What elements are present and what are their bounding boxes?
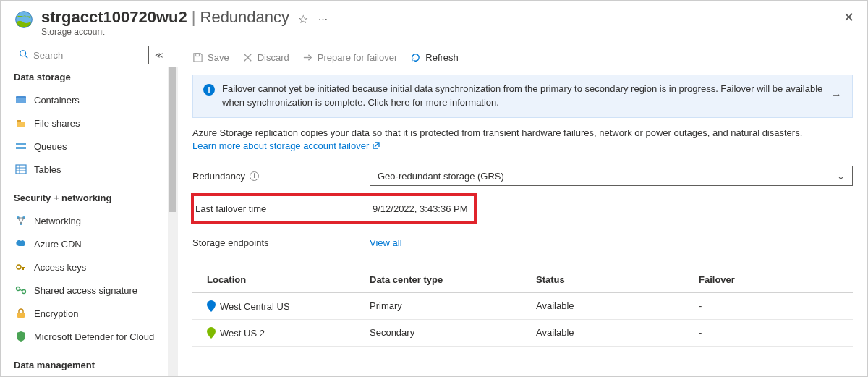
storage-endpoints-label: Storage endpoints xyxy=(192,237,370,248)
sidebar-item-sas[interactable]: Shared access signature xyxy=(14,279,174,302)
discard-label: Discard xyxy=(258,52,289,63)
sidebar-item-label: Queues xyxy=(34,141,67,152)
cell-dc-type: Secondary xyxy=(370,327,536,339)
save-button[interactable]: Save xyxy=(192,52,229,63)
redundancy-label: Redundancy xyxy=(192,171,245,182)
svg-rect-5 xyxy=(16,96,26,98)
search-placeholder: Search xyxy=(33,50,63,61)
info-banner[interactable]: i Failover cannot yet be initiated becau… xyxy=(192,75,853,118)
defender-icon xyxy=(15,331,27,342)
networking-icon xyxy=(15,215,27,226)
access-keys-icon xyxy=(15,261,27,273)
sidebar-item-label: Shared access signature xyxy=(34,285,137,296)
main-content: Save Discard Prepare for failover Refres… xyxy=(178,43,867,377)
queues-icon xyxy=(15,140,27,152)
banner-arrow-icon[interactable]: → xyxy=(830,88,842,101)
file-shares-icon xyxy=(15,117,27,129)
cell-failover: - xyxy=(699,327,853,339)
redundancy-select[interactable]: Geo-redundant storage (GRS) ⌄ xyxy=(370,166,853,186)
refresh-label: Refresh xyxy=(425,52,459,63)
svg-point-2 xyxy=(20,50,26,56)
location-pin-icon xyxy=(207,327,216,339)
title-separator: | xyxy=(192,8,196,27)
prepare-failover-button[interactable]: Prepare for failover xyxy=(302,52,398,63)
svg-rect-6 xyxy=(17,120,21,122)
cell-location: West US 2 xyxy=(220,328,265,339)
sidebar-item-access-keys[interactable]: Access keys xyxy=(14,255,174,279)
svg-rect-4 xyxy=(16,98,26,103)
redundancy-value: Geo-redundant storage (GRS) xyxy=(378,171,504,182)
sidebar-item-file-shares[interactable]: File shares xyxy=(14,111,174,135)
sidebar-item-label: Tables xyxy=(34,164,61,175)
cell-location: West Central US xyxy=(220,301,290,312)
sidebar-item-label: Access keys xyxy=(34,262,86,273)
col-status: Status xyxy=(536,274,699,285)
locations-table: Location Data center type Status Failove… xyxy=(192,267,853,347)
prepare-label: Prepare for failover xyxy=(318,52,398,63)
sidebar: Search ≪ Data storage Containers File sh… xyxy=(1,43,178,377)
sidebar-item-label: Containers xyxy=(34,95,80,106)
svg-rect-20 xyxy=(17,313,25,318)
search-input[interactable]: Search xyxy=(14,46,149,64)
cell-status: Available xyxy=(536,300,699,312)
learn-more-link[interactable]: Learn more about storage account failove… xyxy=(192,140,380,151)
sidebar-scrollbar[interactable] xyxy=(168,67,178,377)
more-icon[interactable]: ⋯ xyxy=(318,14,328,25)
refresh-button[interactable]: Refresh xyxy=(410,52,459,63)
col-location: Location xyxy=(207,274,370,285)
last-failover-value: 9/12/2022, 3:43:36 PM xyxy=(373,203,468,214)
info-icon: i xyxy=(203,84,215,96)
save-label: Save xyxy=(208,52,229,63)
col-failover: Failover xyxy=(699,274,853,285)
storage-account-icon xyxy=(14,9,34,30)
svg-point-17 xyxy=(17,287,20,291)
cell-dc-type: Primary xyxy=(370,300,536,312)
blade-title: Redundancy xyxy=(200,8,290,27)
sidebar-item-label: Encryption xyxy=(34,308,78,319)
discard-icon xyxy=(242,52,253,63)
svg-rect-8 xyxy=(16,147,26,149)
svg-line-19 xyxy=(20,289,22,291)
favorite-icon[interactable]: ☆ xyxy=(298,12,308,26)
sidebar-item-encryption[interactable]: Encryption xyxy=(14,302,174,325)
external-link-icon xyxy=(372,141,380,150)
sidebar-item-containers[interactable]: Containers xyxy=(14,88,174,111)
sidebar-item-defender[interactable]: Microsoft Defender for Cloud xyxy=(14,325,174,348)
svg-rect-7 xyxy=(16,143,26,145)
blade-header: strgacct100720wu2 | Redundancy Storage a… xyxy=(1,1,867,43)
svg-line-3 xyxy=(25,55,28,58)
view-all-link[interactable]: View all xyxy=(370,237,402,248)
description-text: Azure Storage replication copies your da… xyxy=(192,127,802,138)
sidebar-item-queues[interactable]: Queues xyxy=(14,135,174,158)
tooltip-icon[interactable]: i xyxy=(250,171,259,181)
svg-point-16 xyxy=(17,265,21,269)
sidebar-item-tables[interactable]: Tables xyxy=(14,158,174,181)
resource-name: strgacct100720wu2 xyxy=(41,8,187,27)
tables-icon xyxy=(15,164,27,175)
sidebar-item-azure-cdn[interactable]: Azure CDN xyxy=(14,232,174,255)
sas-icon xyxy=(15,284,27,296)
search-icon xyxy=(19,49,29,62)
sidebar-group-data-storage: Data storage xyxy=(14,72,174,82)
sidebar-item-label: File shares xyxy=(34,118,80,129)
resource-type: Storage account xyxy=(41,27,289,37)
svg-rect-9 xyxy=(16,165,26,174)
col-datacenter-type: Data center type xyxy=(370,274,536,285)
location-pin-icon xyxy=(207,300,216,312)
save-icon xyxy=(192,52,203,63)
table-row: West Central US Primary Available - xyxy=(192,293,853,320)
sidebar-item-label: Microsoft Defender for Cloud xyxy=(34,331,154,342)
highlight-last-failover: Last failover time 9/12/2022, 3:43:36 PM xyxy=(191,193,477,224)
cell-failover: - xyxy=(699,300,853,312)
close-icon[interactable]: ✕ xyxy=(843,9,854,25)
sidebar-group-security: Security + networking xyxy=(14,192,174,203)
banner-text: Failover cannot yet be initiated because… xyxy=(222,82,823,110)
discard-button[interactable]: Discard xyxy=(242,52,289,63)
description: Azure Storage replication copies your da… xyxy=(192,127,853,153)
sidebar-item-networking[interactable]: Networking xyxy=(14,209,174,232)
collapse-sidebar-icon[interactable]: ≪ xyxy=(155,51,163,60)
refresh-icon xyxy=(410,52,421,63)
command-bar: Save Discard Prepare for failover Refres… xyxy=(192,47,853,67)
prepare-icon xyxy=(302,52,313,63)
sidebar-item-label: Networking xyxy=(34,216,81,226)
